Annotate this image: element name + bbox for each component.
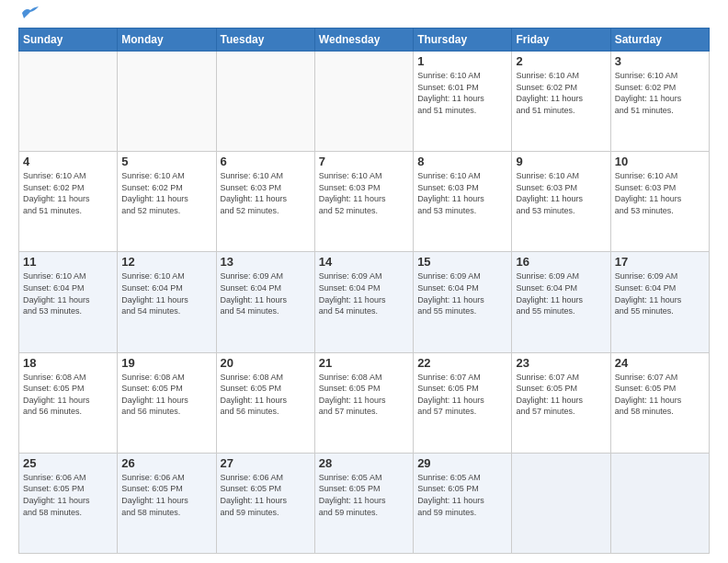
col-header-saturday: Saturday	[610, 29, 709, 52]
day-info: Sunrise: 6:07 AM Sunset: 6:05 PM Dayligh…	[615, 372, 705, 418]
day-number: 11	[23, 255, 113, 269]
day-info: Sunrise: 6:06 AM Sunset: 6:05 PM Dayligh…	[221, 472, 311, 518]
calendar-cell: 21Sunrise: 6:08 AM Sunset: 6:05 PM Dayli…	[314, 352, 413, 453]
day-number: 13	[221, 255, 311, 269]
calendar: SundayMondayTuesdayWednesdayThursdayFrid…	[18, 28, 710, 554]
day-number: 27	[221, 456, 311, 470]
calendar-cell	[314, 52, 413, 152]
calendar-cell: 20Sunrise: 6:08 AM Sunset: 6:05 PM Dayli…	[216, 352, 314, 453]
day-info: Sunrise: 6:08 AM Sunset: 6:05 PM Dayligh…	[221, 372, 311, 418]
calendar-cell: 29Sunrise: 6:05 AM Sunset: 6:05 PM Dayli…	[414, 453, 512, 553]
calendar-week-3: 11Sunrise: 6:10 AM Sunset: 6:04 PM Dayli…	[19, 252, 710, 352]
calendar-cell	[512, 453, 610, 553]
day-number: 28	[319, 456, 409, 470]
day-number: 8	[417, 155, 507, 168]
day-info: Sunrise: 6:10 AM Sunset: 6:03 PM Dayligh…	[615, 170, 705, 216]
calendar-cell: 19Sunrise: 6:08 AM Sunset: 6:05 PM Dayli…	[118, 352, 216, 453]
day-number: 3	[615, 54, 705, 68]
calendar-cell: 6Sunrise: 6:10 AM Sunset: 6:03 PM Daylig…	[216, 152, 314, 252]
col-header-friday: Friday	[512, 29, 610, 52]
calendar-cell: 7Sunrise: 6:10 AM Sunset: 6:03 PM Daylig…	[314, 152, 413, 252]
calendar-cell: 22Sunrise: 6:07 AM Sunset: 6:05 PM Dayli…	[414, 352, 512, 453]
day-info: Sunrise: 6:08 AM Sunset: 6:05 PM Dayligh…	[23, 372, 113, 418]
day-info: Sunrise: 6:09 AM Sunset: 6:04 PM Dayligh…	[221, 270, 311, 316]
calendar-week-4: 18Sunrise: 6:08 AM Sunset: 6:05 PM Dayli…	[19, 352, 710, 453]
day-number: 19	[121, 356, 211, 370]
page: SundayMondayTuesdayWednesdayThursdayFrid…	[0, 0, 728, 563]
logo	[18, 15, 40, 20]
day-info: Sunrise: 6:08 AM Sunset: 6:05 PM Dayligh…	[121, 372, 211, 418]
day-info: Sunrise: 6:06 AM Sunset: 6:05 PM Dayligh…	[23, 472, 113, 518]
calendar-week-2: 4Sunrise: 6:10 AM Sunset: 6:02 PM Daylig…	[19, 152, 710, 252]
day-number: 14	[319, 255, 409, 269]
calendar-cell: 25Sunrise: 6:06 AM Sunset: 6:05 PM Dayli…	[19, 453, 118, 553]
calendar-cell	[118, 52, 216, 152]
calendar-cell: 9Sunrise: 6:10 AM Sunset: 6:03 PM Daylig…	[512, 152, 610, 252]
day-info: Sunrise: 6:09 AM Sunset: 6:04 PM Dayligh…	[615, 270, 705, 316]
day-number: 15	[417, 255, 507, 269]
calendar-week-5: 25Sunrise: 6:06 AM Sunset: 6:05 PM Dayli…	[19, 453, 710, 553]
day-info: Sunrise: 6:10 AM Sunset: 6:04 PM Dayligh…	[121, 270, 211, 316]
calendar-cell: 4Sunrise: 6:10 AM Sunset: 6:02 PM Daylig…	[19, 152, 118, 252]
day-number: 7	[319, 155, 409, 168]
calendar-cell: 13Sunrise: 6:09 AM Sunset: 6:04 PM Dayli…	[216, 252, 314, 352]
calendar-cell: 11Sunrise: 6:10 AM Sunset: 6:04 PM Dayli…	[19, 252, 118, 352]
logo-bird-icon	[20, 6, 40, 20]
day-number: 17	[615, 255, 705, 269]
day-number: 22	[417, 356, 507, 370]
day-number: 6	[221, 155, 311, 168]
header	[18, 15, 710, 20]
day-info: Sunrise: 6:05 AM Sunset: 6:05 PM Dayligh…	[417, 472, 507, 518]
day-number: 29	[417, 456, 507, 470]
calendar-cell: 27Sunrise: 6:06 AM Sunset: 6:05 PM Dayli…	[216, 453, 314, 553]
col-header-wednesday: Wednesday	[314, 29, 413, 52]
calendar-cell: 24Sunrise: 6:07 AM Sunset: 6:05 PM Dayli…	[610, 352, 709, 453]
calendar-cell: 26Sunrise: 6:06 AM Sunset: 6:05 PM Dayli…	[118, 453, 216, 553]
calendar-cell: 15Sunrise: 6:09 AM Sunset: 6:04 PM Dayli…	[414, 252, 512, 352]
calendar-cell: 14Sunrise: 6:09 AM Sunset: 6:04 PM Dayli…	[314, 252, 413, 352]
day-number: 18	[23, 356, 113, 370]
calendar-cell: 8Sunrise: 6:10 AM Sunset: 6:03 PM Daylig…	[414, 152, 512, 252]
day-info: Sunrise: 6:10 AM Sunset: 6:03 PM Dayligh…	[221, 170, 311, 216]
day-number: 1	[417, 54, 507, 68]
col-header-thursday: Thursday	[414, 29, 512, 52]
day-info: Sunrise: 6:10 AM Sunset: 6:02 PM Dayligh…	[516, 70, 606, 116]
calendar-cell: 16Sunrise: 6:09 AM Sunset: 6:04 PM Dayli…	[512, 252, 610, 352]
day-info: Sunrise: 6:07 AM Sunset: 6:05 PM Dayligh…	[516, 372, 606, 418]
day-info: Sunrise: 6:10 AM Sunset: 6:03 PM Dayligh…	[516, 170, 606, 216]
calendar-header-row: SundayMondayTuesdayWednesdayThursdayFrid…	[19, 29, 710, 52]
day-info: Sunrise: 6:05 AM Sunset: 6:05 PM Dayligh…	[319, 472, 409, 518]
day-number: 26	[121, 456, 211, 470]
day-info: Sunrise: 6:10 AM Sunset: 6:02 PM Dayligh…	[121, 170, 211, 216]
day-number: 21	[319, 356, 409, 370]
day-info: Sunrise: 6:08 AM Sunset: 6:05 PM Dayligh…	[319, 372, 409, 418]
col-header-monday: Monday	[118, 29, 216, 52]
day-number: 24	[615, 356, 705, 370]
day-number: 12	[121, 255, 211, 269]
calendar-cell: 28Sunrise: 6:05 AM Sunset: 6:05 PM Dayli…	[314, 453, 413, 553]
day-info: Sunrise: 6:10 AM Sunset: 6:03 PM Dayligh…	[319, 170, 409, 216]
calendar-cell: 10Sunrise: 6:10 AM Sunset: 6:03 PM Dayli…	[610, 152, 709, 252]
day-number: 5	[121, 155, 211, 168]
day-info: Sunrise: 6:09 AM Sunset: 6:04 PM Dayligh…	[417, 270, 507, 316]
day-number: 4	[23, 155, 113, 168]
day-number: 25	[23, 456, 113, 470]
calendar-cell: 12Sunrise: 6:10 AM Sunset: 6:04 PM Dayli…	[118, 252, 216, 352]
day-info: Sunrise: 6:06 AM Sunset: 6:05 PM Dayligh…	[121, 472, 211, 518]
calendar-cell: 1Sunrise: 6:10 AM Sunset: 6:01 PM Daylig…	[414, 52, 512, 152]
day-info: Sunrise: 6:10 AM Sunset: 6:02 PM Dayligh…	[615, 70, 705, 116]
day-number: 20	[221, 356, 311, 370]
calendar-cell: 17Sunrise: 6:09 AM Sunset: 6:04 PM Dayli…	[610, 252, 709, 352]
calendar-cell: 23Sunrise: 6:07 AM Sunset: 6:05 PM Dayli…	[512, 352, 610, 453]
day-number: 10	[615, 155, 705, 168]
day-info: Sunrise: 6:10 AM Sunset: 6:04 PM Dayligh…	[23, 270, 113, 316]
day-info: Sunrise: 6:09 AM Sunset: 6:04 PM Dayligh…	[516, 270, 606, 316]
col-header-tuesday: Tuesday	[216, 29, 314, 52]
day-info: Sunrise: 6:09 AM Sunset: 6:04 PM Dayligh…	[319, 270, 409, 316]
calendar-week-1: 1Sunrise: 6:10 AM Sunset: 6:01 PM Daylig…	[19, 52, 710, 152]
calendar-cell: 18Sunrise: 6:08 AM Sunset: 6:05 PM Dayli…	[19, 352, 118, 453]
day-number: 23	[516, 356, 606, 370]
calendar-cell	[19, 52, 118, 152]
day-number: 2	[516, 54, 606, 68]
day-info: Sunrise: 6:10 AM Sunset: 6:03 PM Dayligh…	[417, 170, 507, 216]
